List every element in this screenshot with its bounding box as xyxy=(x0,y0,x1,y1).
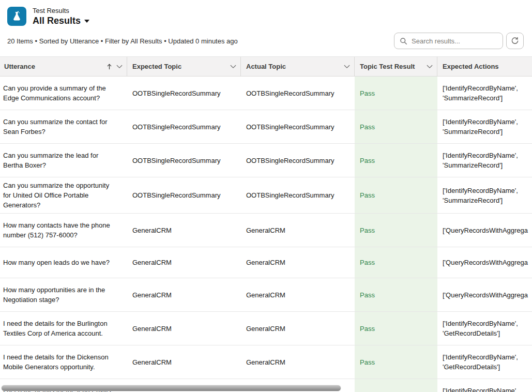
expected-actions-cell: ['IdentifyRecordByName','SummarizeRecord… xyxy=(437,177,532,213)
utterance-text: Can you summarize the opportunity for Un… xyxy=(3,180,118,210)
topic-test-result-cell xyxy=(355,379,437,392)
result-badge: Pass xyxy=(360,225,375,235)
list-view-label: All Results xyxy=(33,15,81,26)
table-body: Can you provide a summary of the Edge Co… xyxy=(0,77,532,392)
list-toolbar: 20 Items • Sorted by Utterance • Filter … xyxy=(0,32,532,50)
topic-test-result-cell: Pass xyxy=(355,214,437,247)
result-badge: Pass xyxy=(360,357,375,367)
table-row[interactable]: Can you summarize the opportunity for Un… xyxy=(0,177,532,214)
topic-test-result-cell: Pass xyxy=(355,345,437,379)
chevron-down-icon[interactable] xyxy=(230,65,236,69)
search-input[interactable] xyxy=(412,37,497,45)
arrow-up-icon xyxy=(107,63,112,70)
utterance-text: Can you summarize the lead for Bertha Bo… xyxy=(3,150,118,170)
actual-topic-cell: GeneralCRM xyxy=(241,312,355,345)
result-badge: Pass xyxy=(360,88,375,98)
expected-topic-cell: OOTBSingleRecordSummary xyxy=(127,177,241,213)
actual-topic-cell: OOTBSingleRecordSummary xyxy=(241,177,355,213)
title-block: Test Results All Results xyxy=(33,6,89,26)
column-header-utterance[interactable]: Utterance xyxy=(0,57,127,76)
result-badge: Pass xyxy=(360,290,375,300)
result-badge: Pass xyxy=(360,156,375,165)
actual-topic-cell: OOTBSingleRecordSummary xyxy=(241,77,355,110)
utterance-cell: Can you summarize the opportunity for Un… xyxy=(0,177,127,213)
refresh-button[interactable] xyxy=(506,33,524,49)
expected-topic-cell: GeneralCRM xyxy=(127,345,241,379)
topic-test-result-cell: Pass xyxy=(355,312,437,345)
expected-actions-cell: ['QueryRecordsWithAggrega xyxy=(437,247,532,278)
list-view-selector[interactable]: All Results xyxy=(33,15,89,26)
table-row[interactable]: I need the details for the Burlington Te… xyxy=(0,312,532,345)
utterance-cell: How many open leads do we have? xyxy=(0,247,127,278)
expected-actions-cell: ['IdentifyRecordByName','SummarizeRecord… xyxy=(437,77,532,110)
object-label: Test Results xyxy=(33,6,89,15)
chevron-down-icon[interactable] xyxy=(116,65,123,69)
expected-actions-cell: ['QueryRecordsWithAggrega xyxy=(437,278,532,311)
test-results-page: Test Results All Results 20 Items • Sort… xyxy=(0,0,532,392)
table-row[interactable]: Can you provide a summary of the Edge Co… xyxy=(0,77,532,110)
chevron-down-icon xyxy=(84,20,89,23)
table-row[interactable]: How many contacts have the phone number … xyxy=(0,214,532,247)
topic-test-result-cell: Pass xyxy=(355,144,437,177)
topic-test-result-cell: Pass xyxy=(355,247,437,278)
table-row[interactable]: I need the details for the Dickenson Mob… xyxy=(0,345,532,379)
column-header-expected-topic[interactable]: Expected Topic xyxy=(127,57,241,76)
topic-test-result-cell: Pass xyxy=(355,177,437,213)
chevron-down-icon[interactable] xyxy=(427,65,433,69)
utterance-cell: How many opportunities are in the Negoti… xyxy=(0,278,127,311)
expected-actions-cell: ['IdentifyRecordByName','SummarizeRecord… xyxy=(437,144,532,177)
utterance-cell: Can you provide a summary of the Edge Co… xyxy=(0,77,127,110)
actual-topic-cell: GeneralCRM xyxy=(241,345,355,379)
expected-topic-cell: GeneralCRM xyxy=(127,312,241,345)
search-box[interactable] xyxy=(394,33,503,49)
topic-test-result-cell: Pass xyxy=(355,278,437,311)
expected-actions-cell: ['QueryRecordsWithAggrega xyxy=(437,214,532,247)
actual-topic-cell: GeneralCRM xyxy=(241,247,355,278)
expected-actions-cell: ['IdentifyRecordByName', xyxy=(437,379,532,392)
expected-actions-cell: ['IdentifyRecordByName','SummarizeRecord… xyxy=(437,110,532,143)
column-header-topic-test-result[interactable]: Topic Test Result xyxy=(355,57,437,76)
column-header-actual-topic[interactable]: Actual Topic xyxy=(241,57,355,76)
expected-actions-cell: ['IdentifyRecordByName','GetRecordDetail… xyxy=(437,312,532,345)
page-header: Test Results All Results xyxy=(0,0,532,26)
table-header-row: Utterance Expected Topic Actual Topic xyxy=(0,56,532,77)
utterance-text: How many opportunities are in the Negoti… xyxy=(3,285,118,305)
utterance-text: Can you summarize the contact for Sean F… xyxy=(3,117,118,137)
utterance-text: Can you provide a summary of the Edge Co… xyxy=(3,83,118,103)
expected-actions-cell: ['IdentifyRecordByName','GetRecordDetail… xyxy=(437,345,532,379)
result-badge: Pass xyxy=(360,190,375,200)
utterance-text: How many contacts have the phone number … xyxy=(3,220,118,240)
expected-topic-cell: GeneralCRM xyxy=(127,214,241,247)
toolbar-actions xyxy=(394,33,524,49)
result-badge: Pass xyxy=(360,122,375,132)
expected-topic-cell: OOTBSingleRecordSummary xyxy=(127,144,241,177)
horizontal-scrollbar[interactable] xyxy=(1,385,341,391)
utterance-text: I need the details for the Dickenson Mob… xyxy=(3,352,118,372)
table-row[interactable]: Can you summarize the contact for Sean F… xyxy=(0,110,532,144)
utterance-text: How many open leads do we have? xyxy=(3,258,110,267)
table-row[interactable]: How many open leads do we have?GeneralCR… xyxy=(0,247,532,278)
utterance-cell: I need the details for the Burlington Te… xyxy=(0,312,127,345)
table-row[interactable]: Can you summarize the lead for Bertha Bo… xyxy=(0,144,532,177)
chevron-down-icon[interactable] xyxy=(344,65,350,69)
result-badge: Pass xyxy=(360,324,375,334)
utterance-text: I need the details for the Burlington Te… xyxy=(3,319,118,338)
actual-topic-cell: GeneralCRM xyxy=(241,214,355,247)
table-row[interactable]: How many opportunities are in the Negoti… xyxy=(0,278,532,312)
result-badge: Pass xyxy=(360,258,375,267)
expected-topic-cell: OOTBSingleRecordSummary xyxy=(127,110,241,143)
expected-topic-cell: GeneralCRM xyxy=(127,278,241,311)
search-icon xyxy=(400,37,407,45)
column-header-expected-actions[interactable]: Expected Actions xyxy=(437,57,532,76)
utterance-cell: How many contacts have the phone number … xyxy=(0,214,127,247)
utterance-cell: Can you summarize the contact for Sean F… xyxy=(0,110,127,143)
refresh-icon xyxy=(511,37,519,45)
expected-topic-cell: GeneralCRM xyxy=(127,247,241,278)
topic-test-result-cell: Pass xyxy=(355,77,437,110)
utterance-cell: Can you summarize the lead for Bertha Bo… xyxy=(0,144,127,177)
flask-icon xyxy=(7,7,26,26)
expected-topic-cell: OOTBSingleRecordSummary xyxy=(127,77,241,110)
list-summary: 20 Items • Sorted by Utterance • Filter … xyxy=(7,37,238,45)
actual-topic-cell: OOTBSingleRecordSummary xyxy=(241,144,355,177)
utterance-cell: I need the details for the Dickenson Mob… xyxy=(0,345,127,379)
